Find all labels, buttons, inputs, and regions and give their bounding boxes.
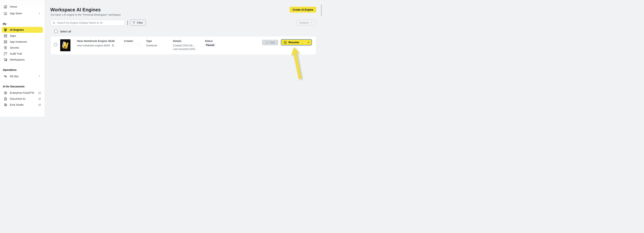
sidebar-item-document-ai[interactable]: Document AI <box>2 96 43 102</box>
sidebar-item-label: Workspaces <box>10 58 41 61</box>
details-column-header: Details <box>173 40 182 42</box>
sidebar-item-eval-studio[interactable]: Eval Studio <box>2 102 43 108</box>
sidebar-item-label: Enterprise h2oGPTe <box>10 91 36 94</box>
row-checkbox[interactable] <box>54 43 57 46</box>
sidebar-item-label: Eval Studio <box>10 103 36 106</box>
actions-button[interactable]: Actions <box>296 20 316 26</box>
eval-studio-icon <box>4 103 8 107</box>
select-all[interactable]: Select all <box>54 30 71 33</box>
chevron-right-icon <box>38 75 41 78</box>
create-ai-engine-button[interactable]: Create AI Engine <box>290 7 316 12</box>
audit-trail-icon <box>4 52 8 56</box>
sidebar-item-ai-engines[interactable]: AI Engines <box>2 27 43 33</box>
sidebar-item-label: MLOps <box>10 75 36 78</box>
sidebar-item-label: App Store <box>10 12 36 15</box>
filter-icon <box>132 21 136 24</box>
apps-icon <box>4 34 8 38</box>
visit-button[interactable]: Visit <box>262 40 278 45</box>
sidebar-section-operations: Operations <box>3 68 44 72</box>
filter-label: Filter <box>137 21 143 24</box>
visit-arrow-icon <box>266 41 268 44</box>
engine-id-row: new-notebook-engine-8646 <box>77 44 114 47</box>
secrets-icon <box>4 46 8 50</box>
sidebar-item-label: Home <box>10 5 41 8</box>
sidebar-section-ai-for-documents: AI for Documents <box>3 85 44 88</box>
app-store-icon <box>4 12 8 16</box>
engine-name: New Notebook Engine 8646 <box>77 39 114 43</box>
home-icon <box>4 5 8 9</box>
sidebar-item-label: Secrets <box>10 46 41 49</box>
sidebar: Home App Store My <box>0 0 45 116</box>
chevron-down-icon <box>310 21 313 24</box>
sidebar-item-apps[interactable]: Apps <box>2 33 43 39</box>
visit-label: Visit <box>270 41 274 44</box>
sidebar-item-label: Document AI <box>10 97 36 100</box>
engine-id: new-notebook-engine-8646 <box>77 44 110 47</box>
sidebar-item-label: Audit Trail <box>10 52 41 55</box>
search-icon <box>52 21 56 24</box>
ai-engines-icon <box>4 28 8 32</box>
creator-column-header: Creator <box>124 40 133 42</box>
page-title: Workspace AI Engines <box>50 7 100 12</box>
sidebar-item-secrets[interactable]: Secrets <box>2 45 43 51</box>
search-box <box>50 20 125 26</box>
copy-icon[interactable] <box>112 44 114 47</box>
mlops-icon <box>4 74 8 78</box>
page-subtitle: You have 1 AI engine in the "Personal Wo… <box>50 14 121 16</box>
select-all-label: Select all <box>60 30 71 33</box>
toolbar-divider <box>128 20 128 25</box>
sidebar-item-app-store[interactable]: App Store <box>2 10 43 16</box>
scrollbar-thumb[interactable] <box>321 4 322 16</box>
play-circle-icon <box>284 41 287 44</box>
document-ai-icon <box>4 97 8 101</box>
resume-label: Resume <box>288 41 299 44</box>
resume-button[interactable]: Resume <box>281 39 312 46</box>
sidebar-item-mlops[interactable]: MLOps <box>2 73 43 79</box>
app-instances-icon <box>4 40 8 44</box>
filter-button[interactable]: Filter <box>130 20 146 26</box>
app-root: Home App Store My <box>0 0 322 116</box>
resume-dropdown-toggle[interactable] <box>305 40 312 45</box>
sidebar-item-app-instances[interactable]: App Instances <box>2 39 43 45</box>
main-content: Workspace AI Engines You have 1 AI engin… <box>45 0 322 116</box>
sidebar-item-home[interactable]: Home <box>2 4 43 10</box>
status-column-header: Status <box>205 40 213 42</box>
engine-row: New Notebook Engine 8646 new-notebook-en… <box>50 36 316 55</box>
sidebar-item-audit-trail[interactable]: Audit Trail <box>2 51 43 57</box>
sidebar-item-label: Apps <box>10 34 41 37</box>
sidebar-item-label: AI Engines <box>10 28 41 31</box>
search-input[interactable] <box>57 21 123 24</box>
external-link-icon <box>38 92 41 94</box>
creator-value-redacted <box>123 43 142 47</box>
sidebar-item-workspaces[interactable]: Workspaces <box>2 57 43 63</box>
sidebar-item-label: App Instances <box>10 40 41 43</box>
actions-label: Actions <box>300 21 308 24</box>
sidebar-item-enterprise-h2ogpte[interactable]: Enterprise h2oGPTe <box>2 90 43 96</box>
type-value: Notebook <box>146 44 157 47</box>
enterprise-h2ogpte-icon <box>4 91 8 95</box>
type-column-header: Type <box>146 40 152 42</box>
chevron-right-icon <box>38 12 41 15</box>
details-last-resumed: Last resumed 2025... <box>173 47 197 51</box>
details-created: Created 2025-09-... <box>173 44 195 47</box>
external-link-icon <box>38 104 41 106</box>
status-badge: Paused <box>205 43 216 47</box>
external-link-icon <box>38 98 41 100</box>
notebook-engine-logo <box>60 39 70 51</box>
workspaces-icon <box>4 58 8 62</box>
select-all-checkbox[interactable] <box>54 30 58 33</box>
chevron-down-icon <box>307 41 310 44</box>
sidebar-section-my: My <box>3 22 44 26</box>
